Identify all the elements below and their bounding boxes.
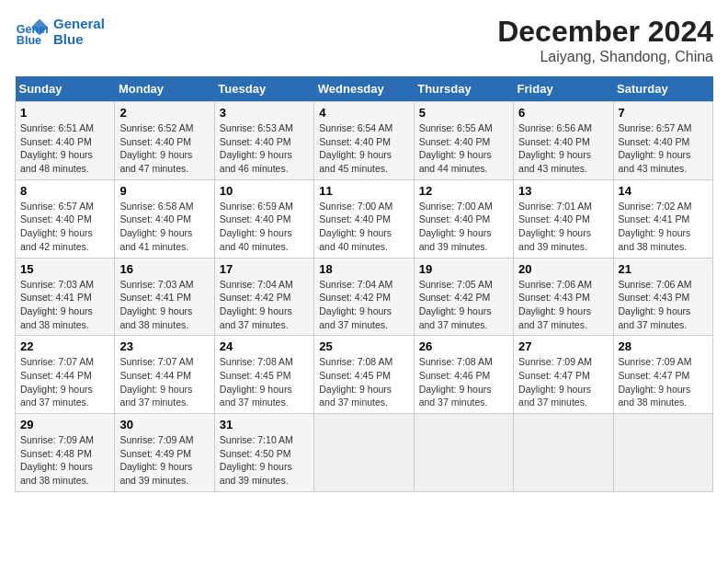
day-number: 10 xyxy=(220,184,309,198)
calendar-cell: 7Sunrise: 6:57 AM Sunset: 4:40 PM Daylig… xyxy=(613,102,712,180)
day-detail: Sunrise: 7:10 AM Sunset: 4:50 PM Dayligh… xyxy=(220,433,309,488)
day-number: 29 xyxy=(20,418,109,431)
day-number: 31 xyxy=(220,418,309,431)
day-detail: Sunrise: 6:52 AM Sunset: 4:40 PM Dayligh… xyxy=(119,121,209,176)
weekday-header-row: SundayMondayTuesdayWednesdayThursdayFrid… xyxy=(16,76,713,102)
calendar-cell: 22Sunrise: 7:07 AM Sunset: 4:44 PM Dayli… xyxy=(16,336,115,414)
calendar-cell: 14Sunrise: 7:02 AM Sunset: 4:41 PM Dayli… xyxy=(613,179,712,258)
day-detail: Sunrise: 6:56 AM Sunset: 4:40 PM Dayligh… xyxy=(518,121,608,176)
calendar-cell: 17Sunrise: 7:04 AM Sunset: 4:42 PM Dayli… xyxy=(214,258,313,336)
calendar-cell: 12Sunrise: 7:00 AM Sunset: 4:40 PM Dayli… xyxy=(414,179,513,258)
day-detail: Sunrise: 7:07 AM Sunset: 4:44 PM Dayligh… xyxy=(20,355,109,409)
day-number: 5 xyxy=(419,106,508,120)
calendar-cell: 5Sunrise: 6:55 AM Sunset: 4:40 PM Daylig… xyxy=(414,102,513,180)
day-number: 3 xyxy=(220,106,309,120)
day-number: 27 xyxy=(518,339,608,353)
day-detail: Sunrise: 7:05 AM Sunset: 4:42 PM Dayligh… xyxy=(419,278,508,332)
day-detail: Sunrise: 7:04 AM Sunset: 4:42 PM Dayligh… xyxy=(319,278,408,332)
day-detail: Sunrise: 7:09 AM Sunset: 4:47 PM Dayligh… xyxy=(518,355,608,409)
calendar-cell: 3Sunrise: 6:53 AM Sunset: 4:40 PM Daylig… xyxy=(214,102,313,180)
location-title: Laiyang, Shandong, China xyxy=(497,49,713,65)
day-number: 19 xyxy=(419,262,508,276)
calendar-cell: 1Sunrise: 6:51 AM Sunset: 4:40 PM Daylig… xyxy=(16,102,115,180)
day-detail: Sunrise: 7:01 AM Sunset: 4:40 PM Dayligh… xyxy=(518,200,608,254)
calendar-cell xyxy=(613,414,712,492)
day-number: 30 xyxy=(119,418,209,431)
day-detail: Sunrise: 7:09 AM Sunset: 4:47 PM Dayligh… xyxy=(619,355,708,409)
calendar-cell: 6Sunrise: 6:56 AM Sunset: 4:40 PM Daylig… xyxy=(514,102,613,180)
day-detail: Sunrise: 7:00 AM Sunset: 4:40 PM Dayligh… xyxy=(419,200,508,254)
calendar-week-5: 29Sunrise: 7:09 AM Sunset: 4:48 PM Dayli… xyxy=(16,414,713,492)
title-block: December 2024 Laiyang, Shandong, China xyxy=(497,15,713,65)
logo-line1: General xyxy=(53,16,105,31)
calendar-cell: 29Sunrise: 7:09 AM Sunset: 4:48 PM Dayli… xyxy=(16,414,115,492)
day-number: 21 xyxy=(619,262,708,276)
day-detail: Sunrise: 6:58 AM Sunset: 4:40 PM Dayligh… xyxy=(119,200,209,254)
day-number: 13 xyxy=(518,184,608,198)
calendar-table: SundayMondayTuesdayWednesdayThursdayFrid… xyxy=(15,76,713,492)
calendar-cell xyxy=(414,414,513,492)
calendar-cell xyxy=(514,414,613,492)
calendar-cell: 16Sunrise: 7:03 AM Sunset: 4:41 PM Dayli… xyxy=(115,258,214,336)
weekday-header-thursday: Thursday xyxy=(414,76,513,102)
day-detail: Sunrise: 6:54 AM Sunset: 4:40 PM Dayligh… xyxy=(319,121,408,176)
calendar-cell: 8Sunrise: 6:57 AM Sunset: 4:40 PM Daylig… xyxy=(16,179,115,258)
logo-line2: Blue xyxy=(53,31,105,47)
day-detail: Sunrise: 6:57 AM Sunset: 4:40 PM Dayligh… xyxy=(619,121,708,176)
day-detail: Sunrise: 7:04 AM Sunset: 4:42 PM Dayligh… xyxy=(220,278,309,332)
calendar-cell: 13Sunrise: 7:01 AM Sunset: 4:40 PM Dayli… xyxy=(514,179,613,258)
day-number: 15 xyxy=(20,262,109,276)
calendar-cell: 20Sunrise: 7:06 AM Sunset: 4:43 PM Dayli… xyxy=(514,258,613,336)
day-number: 25 xyxy=(319,339,408,353)
day-detail: Sunrise: 6:59 AM Sunset: 4:40 PM Dayligh… xyxy=(220,200,309,254)
calendar-week-4: 22Sunrise: 7:07 AM Sunset: 4:44 PM Dayli… xyxy=(16,336,713,414)
day-number: 11 xyxy=(319,184,408,198)
calendar-cell: 11Sunrise: 7:00 AM Sunset: 4:40 PM Dayli… xyxy=(314,179,414,258)
day-detail: Sunrise: 7:08 AM Sunset: 4:45 PM Dayligh… xyxy=(220,355,309,409)
day-detail: Sunrise: 7:02 AM Sunset: 4:41 PM Dayligh… xyxy=(619,200,708,254)
day-detail: Sunrise: 7:09 AM Sunset: 4:48 PM Dayligh… xyxy=(20,433,109,488)
day-number: 23 xyxy=(119,339,209,353)
calendar-cell: 9Sunrise: 6:58 AM Sunset: 4:40 PM Daylig… xyxy=(115,179,214,258)
day-number: 7 xyxy=(619,106,708,120)
calendar-cell: 25Sunrise: 7:08 AM Sunset: 4:45 PM Dayli… xyxy=(314,336,414,414)
page-header: General Blue General Blue December 2024 … xyxy=(15,15,713,65)
day-detail: Sunrise: 7:08 AM Sunset: 4:46 PM Dayligh… xyxy=(419,355,508,409)
calendar-cell: 28Sunrise: 7:09 AM Sunset: 4:47 PM Dayli… xyxy=(613,336,712,414)
day-number: 16 xyxy=(119,262,209,276)
day-detail: Sunrise: 7:00 AM Sunset: 4:40 PM Dayligh… xyxy=(319,200,408,254)
calendar-body: 1Sunrise: 6:51 AM Sunset: 4:40 PM Daylig… xyxy=(16,102,713,492)
weekday-header-monday: Monday xyxy=(115,76,214,102)
day-detail: Sunrise: 7:06 AM Sunset: 4:43 PM Dayligh… xyxy=(518,278,608,332)
calendar-week-2: 8Sunrise: 6:57 AM Sunset: 4:40 PM Daylig… xyxy=(16,179,713,258)
day-detail: Sunrise: 7:08 AM Sunset: 4:45 PM Dayligh… xyxy=(319,355,408,409)
day-number: 18 xyxy=(319,262,408,276)
day-number: 28 xyxy=(619,339,708,353)
weekday-header-tuesday: Tuesday xyxy=(214,76,313,102)
calendar-cell xyxy=(314,414,414,492)
day-detail: Sunrise: 7:03 AM Sunset: 4:41 PM Dayligh… xyxy=(20,278,109,332)
day-number: 8 xyxy=(20,184,109,198)
logo: General Blue General Blue xyxy=(15,15,105,48)
day-number: 4 xyxy=(319,106,408,120)
day-number: 14 xyxy=(619,184,708,198)
calendar-cell: 10Sunrise: 6:59 AM Sunset: 4:40 PM Dayli… xyxy=(214,179,313,258)
day-number: 22 xyxy=(20,339,109,353)
month-title: December 2024 xyxy=(497,15,713,49)
day-number: 24 xyxy=(220,339,309,353)
calendar-cell: 4Sunrise: 6:54 AM Sunset: 4:40 PM Daylig… xyxy=(314,102,414,180)
day-number: 12 xyxy=(419,184,508,198)
day-detail: Sunrise: 7:03 AM Sunset: 4:41 PM Dayligh… xyxy=(119,278,209,332)
day-number: 9 xyxy=(119,184,209,198)
logo-icon: General Blue xyxy=(15,15,48,48)
weekday-header-saturday: Saturday xyxy=(613,76,712,102)
day-detail: Sunrise: 7:07 AM Sunset: 4:44 PM Dayligh… xyxy=(119,355,209,409)
calendar-cell: 24Sunrise: 7:08 AM Sunset: 4:45 PM Dayli… xyxy=(214,336,313,414)
day-number: 20 xyxy=(518,262,608,276)
weekday-header-friday: Friday xyxy=(514,76,613,102)
calendar-week-1: 1Sunrise: 6:51 AM Sunset: 4:40 PM Daylig… xyxy=(16,102,713,180)
day-detail: Sunrise: 7:06 AM Sunset: 4:43 PM Dayligh… xyxy=(619,278,708,332)
day-detail: Sunrise: 6:55 AM Sunset: 4:40 PM Dayligh… xyxy=(419,121,508,176)
calendar-week-3: 15Sunrise: 7:03 AM Sunset: 4:41 PM Dayli… xyxy=(16,258,713,336)
day-detail: Sunrise: 7:09 AM Sunset: 4:49 PM Dayligh… xyxy=(119,433,209,488)
